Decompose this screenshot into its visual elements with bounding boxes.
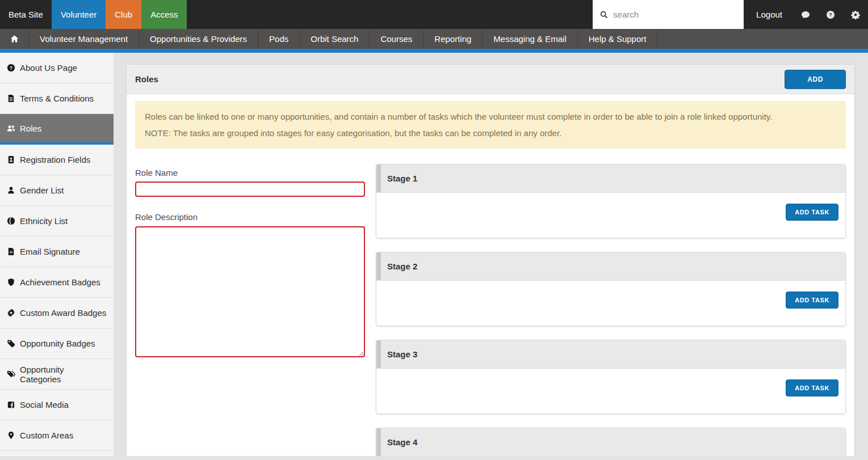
file-text-icon (6, 94, 15, 103)
tag-icon (6, 339, 15, 348)
sidebar-item-achievement-badges[interactable]: Achievement Badges (0, 267, 114, 298)
stage-title: Stage 1 (387, 174, 417, 183)
role-description-label: Role Description (135, 212, 365, 222)
info-message: Roles can be linked to one or many oppor… (135, 101, 846, 149)
roles-panel: Roles ADD Roles can be linked to one or … (126, 64, 855, 456)
question-circle-icon: ? (6, 64, 15, 72)
users-icon (6, 124, 15, 133)
sidebar-item-registration-fields[interactable]: Registration Fields (0, 145, 114, 175)
id-card-icon (6, 155, 15, 164)
top-tab-club[interactable]: Club (106, 0, 141, 29)
top-tab-access[interactable]: Access (141, 0, 187, 29)
help-button[interactable]: ? (818, 0, 843, 29)
logout-button[interactable]: Logout (744, 0, 793, 29)
stages-list: Stage 1ADD TASKStage 2ADD TASKStage 3ADD… (376, 161, 846, 456)
site-label: Beta Site (0, 0, 52, 29)
page-title: Roles (135, 74, 158, 84)
nav-item-volunteer-management[interactable]: Volunteer Management (29, 29, 139, 49)
stage-drag-handle[interactable] (376, 164, 381, 192)
sidebar-item-label: Custom Areas (20, 431, 73, 440)
role-name-input[interactable] (135, 182, 365, 197)
sidebar-item-roles[interactable]: Roles (0, 114, 114, 145)
home-icon (10, 35, 19, 43)
add-task-button[interactable]: ADD TASK (786, 204, 838, 221)
role-form: Role Name Role Description (135, 161, 365, 375)
stage-header: Stage 3 (376, 340, 845, 369)
sidebar-item-label: Gender List (20, 185, 64, 195)
nav-item-reporting[interactable]: Reporting (423, 29, 483, 49)
stage-card-stage-1: Stage 1ADD TASK (376, 164, 846, 238)
stage-title: Stage 2 (387, 261, 417, 271)
sidebar-item-label: Opportunity Categories (20, 365, 107, 384)
facebook-icon (6, 400, 15, 409)
main-nav: Volunteer ManagementOpportunities & Prov… (0, 29, 868, 53)
stage-card-stage-4: Stage 4ADD TASK (376, 428, 846, 456)
info-line-2: NOTE: The tasks are grouped into stages … (145, 125, 836, 141)
stage-title: Stage 3 (387, 349, 417, 359)
stage-header: Stage 4 (376, 428, 845, 456)
stage-body: ADD TASK (376, 193, 845, 238)
stage-body: ADD TASK (376, 281, 845, 326)
info-line-1: Roles can be linked to one or many oppor… (145, 108, 836, 125)
sidebar-item-opportunity-categories[interactable]: Opportunity Categories (0, 359, 114, 390)
nav-item-opportunities-providers[interactable]: Opportunities & Providers (139, 29, 258, 49)
nav-home[interactable] (0, 29, 29, 49)
top-tab-volunteer[interactable]: Volunteer (52, 0, 106, 29)
nav-item-orbit-search[interactable]: Orbit Search (300, 29, 370, 49)
add-task-button[interactable]: ADD TASK (786, 379, 838, 396)
svg-text:?: ? (9, 65, 12, 71)
stage-drag-handle[interactable] (376, 428, 381, 456)
role-description-input[interactable] (135, 226, 365, 357)
stage-header: Stage 2 (376, 252, 845, 281)
sidebar-item-label: Custom Award Badges (20, 308, 106, 318)
stage-card-stage-3: Stage 3ADD TASK (376, 340, 846, 414)
top-tabs: VolunteerClubAccess (52, 0, 187, 29)
add-role-button[interactable]: ADD (785, 70, 846, 89)
sidebar-item-ethnicity-list[interactable]: Ethnicity List (0, 206, 114, 237)
stage-body: ADD TASK (376, 369, 845, 413)
nav-item-messaging-email[interactable]: Messaging & Email (483, 29, 577, 49)
sidebar-item-gender-list[interactable]: Gender List (0, 175, 114, 206)
shield-icon (6, 278, 15, 286)
nav-item-pods[interactable]: Pods (258, 29, 300, 49)
app-window: Beta Site VolunteerClubAccess Logout ? V… (0, 0, 868, 460)
sidebar-item-opportunity-badges[interactable]: Opportunity Badges (0, 328, 114, 359)
map-marker-icon (6, 431, 15, 440)
search-input[interactable] (613, 10, 736, 19)
tags-icon (6, 370, 15, 378)
sidebar-item-label: Registration Fields (20, 155, 90, 164)
content-area: Roles ADD Roles can be linked to one or … (114, 53, 868, 456)
global-search (593, 0, 744, 29)
sidebar-item-about-us-page[interactable]: ?About Us Page (0, 53, 114, 83)
search-icon (600, 11, 608, 19)
gear-icon (851, 10, 860, 19)
messages-button[interactable] (793, 0, 818, 29)
user-icon (6, 186, 15, 195)
svg-text:?: ? (829, 11, 832, 18)
sidebar-item-label: Social Media (20, 400, 69, 410)
nav-item-help-support[interactable]: Help & Support (578, 29, 658, 49)
roles-panel-header: Roles ADD (127, 65, 854, 94)
role-name-label: Role Name (135, 168, 365, 178)
nav-item-courses[interactable]: Courses (370, 29, 423, 49)
sidebar-item-label: About Us Page (20, 63, 77, 73)
sidebar-item-label: Opportunity Badges (20, 339, 95, 348)
top-bar: Beta Site VolunteerClubAccess Logout ? (0, 0, 868, 29)
globe-icon (6, 217, 15, 225)
stage-drag-handle[interactable] (376, 252, 381, 280)
add-task-button[interactable]: ADD TASK (786, 292, 838, 309)
sidebar-item-custom-award-badges[interactable]: Custom Award Badges (0, 298, 114, 328)
sidebar-item-terms-conditions[interactable]: Terms & Conditions (0, 83, 114, 114)
stage-drag-handle[interactable] (376, 340, 381, 368)
sidebar-item-label: Ethnicity List (20, 216, 68, 226)
roles-panel-body: Roles can be linked to one or many oppor… (127, 94, 854, 456)
stage-header: Stage 1 (376, 164, 845, 193)
sidebar-item-email-signature[interactable]: Email Signature (0, 237, 114, 267)
sidebar-item-label: Email Signature (20, 247, 80, 256)
stage-title: Stage 4 (387, 437, 417, 447)
sidebar-item-social-media[interactable]: Social Media (0, 390, 114, 420)
main-nav-items: Volunteer ManagementOpportunities & Prov… (29, 29, 657, 49)
settings-button[interactable] (843, 0, 868, 29)
sidebar-item-custom-areas[interactable]: Custom Areas (0, 420, 114, 451)
question-circle-icon: ? (826, 10, 835, 19)
